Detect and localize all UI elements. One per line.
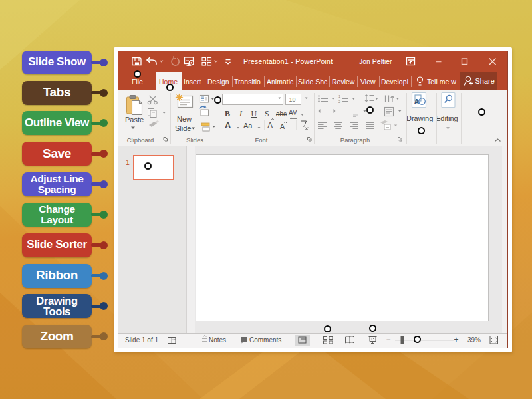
svg-text:1: 1 — [338, 94, 340, 98]
svg-text:2: 2 — [338, 100, 340, 104]
